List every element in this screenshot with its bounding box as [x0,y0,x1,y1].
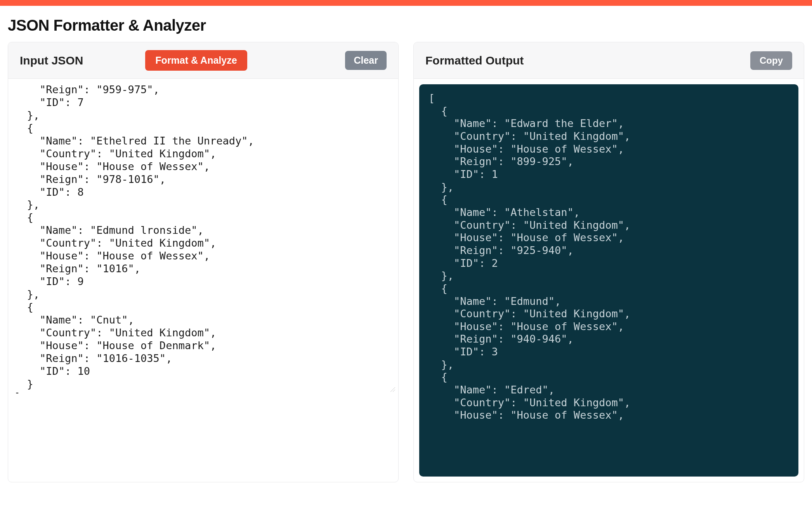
panels-container: Input JSON Format & Analyze Clear Format… [0,42,812,482]
page-title: JSON Formatter & Analyzer [0,6,812,42]
output-panel: Formatted Output Copy [ { "Name": "Edwar… [413,42,804,482]
input-panel-title: Input JSON [20,54,83,67]
formatted-output[interactable]: [ { "Name": "Edward the Elder", "Country… [419,84,798,477]
input-panel: Input JSON Format & Analyze Clear [8,42,399,482]
output-panel-header: Formatted Output Copy [414,42,804,79]
input-area-wrap [8,79,398,395]
output-panel-title: Formatted Output [425,54,524,67]
clear-button[interactable]: Clear [345,51,387,70]
copy-button[interactable]: Copy [750,51,792,70]
accent-top-bar [0,0,812,6]
output-wrap: [ { "Name": "Edward the Elder", "Country… [414,79,804,482]
format-analyze-button[interactable]: Format & Analyze [145,50,247,71]
json-input-textarea[interactable] [8,79,398,393]
input-panel-header: Input JSON Format & Analyze Clear [8,42,398,79]
